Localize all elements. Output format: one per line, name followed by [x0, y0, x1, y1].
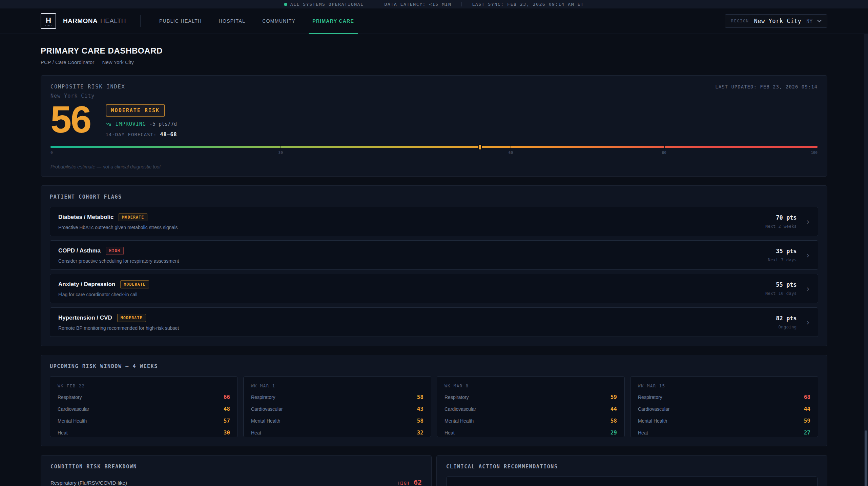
- cohort-points: 35 pts: [768, 248, 797, 255]
- tab-primary-care[interactable]: PRIMARY CARE: [311, 8, 355, 34]
- chevron-right-icon: ›: [806, 217, 810, 226]
- condition-severity: HIGH: [398, 481, 409, 486]
- data-latency-text: DATA LATENCY: <15 MIN: [384, 2, 451, 7]
- gauge-scale-label: 100: [811, 150, 818, 155]
- last-sync-text: LAST SYNC: FEB 23, 2026 09:14 AM ET: [472, 2, 584, 7]
- tab-public-health[interactable]: PUBLIC HEALTH: [158, 8, 203, 34]
- gauge-scale-label: 30: [278, 150, 283, 155]
- nav-tabs: PUBLIC HEALTH HOSPITAL COMMUNITY PRIMARY…: [158, 8, 355, 34]
- recommendations-card: CLINICAL ACTION RECOMMENDATIONS 1 Consid…: [436, 455, 827, 486]
- severity-badge: HIGH: [106, 247, 124, 255]
- week-label: WK MAR 15: [638, 383, 810, 388]
- metric-name: Heat: [251, 430, 261, 436]
- severity-badge: MODERATE: [119, 213, 147, 221]
- week-label: WK MAR 1: [251, 383, 423, 388]
- tab-hospital[interactable]: HOSPITAL: [218, 8, 247, 34]
- risk-score: 56: [50, 100, 91, 139]
- cohort-description: Flag for care coordinator check-in call: [58, 292, 765, 297]
- cohort-window: Ongoing: [776, 325, 797, 329]
- cohort-title: COPD / Asthma: [58, 247, 101, 254]
- cohort-title: Diabetes / Metabolic: [58, 214, 113, 221]
- severity-badge: MODERATE: [117, 314, 146, 322]
- system-status-text: ALL SYSTEMS OPERATIONAL: [290, 2, 364, 7]
- gauge-tick: [281, 145, 281, 149]
- chevron-right-icon: ›: [806, 284, 810, 293]
- data-latency: DATA LATENCY: <15 MIN: [384, 2, 451, 7]
- metric-value: 32: [417, 429, 423, 436]
- scrollbar-track[interactable]: [864, 34, 868, 486]
- cohort-row-diabetes[interactable]: Diabetes / Metabolic MODERATE Proactive …: [50, 207, 818, 236]
- cohort-window: Next 7 days: [768, 258, 797, 262]
- divider: [140, 15, 141, 27]
- region-selector[interactable]: REGION New York City NY: [725, 14, 827, 28]
- harmona-logo[interactable]: H: [41, 13, 56, 29]
- main-content: PRIMARY CARE DASHBOARD PCP / Care Coordi…: [0, 46, 868, 486]
- metric-name: Mental Health: [638, 418, 667, 424]
- last-sync: LAST SYNC: FEB 23, 2026 09:14 AM ET: [472, 2, 584, 7]
- gauge-scale: 0 30 60 80 100: [50, 150, 818, 155]
- metric-name: Cardiovascular: [445, 406, 476, 412]
- cohort-row-hypertension[interactable]: Hypertension / CVD MODERATE Remote BP mo…: [50, 307, 818, 337]
- cohort-description: Consider proactive scheduling for respir…: [58, 258, 768, 264]
- logo-subtext: [45, 25, 51, 26]
- risk-gauge: 0 30 60 80 100: [50, 146, 818, 155]
- brand-secondary: HEALTH: [100, 17, 126, 25]
- cohort-description: Proactive HbA1c outreach given metabolic…: [58, 225, 765, 230]
- risk-window-heading: UPCOMING RISK WINDOW — 4 WEEKS: [50, 363, 818, 369]
- metric-name: Respiratory: [638, 394, 662, 400]
- metric-name: Mental Health: [445, 418, 474, 424]
- composite-risk-heading: COMPOSITE RISK INDEX: [50, 84, 125, 90]
- region-label: REGION: [731, 19, 749, 23]
- metric-name: Heat: [445, 430, 455, 436]
- metric-value: 29: [611, 429, 617, 436]
- trend-delta: -5 pts/7d: [149, 121, 177, 127]
- metric-name: Mental Health: [58, 418, 87, 424]
- cohort-row-copd[interactable]: COPD / Asthma HIGH Consider proactive sc…: [50, 240, 818, 270]
- metric-value: 59: [611, 394, 617, 400]
- metric-value: 27: [804, 429, 810, 436]
- cohort-title: Hypertension / CVD: [58, 315, 112, 321]
- metric-name: Respiratory: [445, 394, 469, 400]
- cohort-description: Remote BP monitoring recommended for hig…: [58, 325, 776, 331]
- metric-value: 48: [224, 406, 230, 412]
- system-status-bar: ALL SYSTEMS OPERATIONAL DATA LATENCY: <1…: [0, 0, 868, 8]
- system-status: ALL SYSTEMS OPERATIONAL: [284, 2, 364, 7]
- metric-name: Heat: [58, 430, 68, 436]
- condition-score: 62: [414, 478, 422, 486]
- cohort-flags-card: PATIENT COHORT FLAGS Diabetes / Metaboli…: [41, 185, 827, 346]
- metric-name: Cardiovascular: [58, 406, 89, 412]
- week-card-feb22: WK FEB 22 Respiratory66 Cardiovascular48…: [50, 376, 238, 437]
- risk-gauge-marker: [478, 144, 482, 150]
- cohort-window: Next 10 days: [765, 291, 797, 296]
- condition-breakdown-card: CONDITION RISK BREAKDOWN Respiratory (Fl…: [41, 455, 432, 486]
- cohort-row-anxiety[interactable]: Anxiety / Depression MODERATE Flag for c…: [50, 274, 818, 303]
- cohort-points: 70 pts: [765, 214, 797, 221]
- risk-level-badge: MODERATE RISK: [106, 104, 165, 117]
- metric-value: 57: [224, 418, 230, 424]
- cohort-flags-heading: PATIENT COHORT FLAGS: [50, 194, 818, 200]
- composite-risk-card: COMPOSITE RISK INDEX LAST UPDATED: FEB 2…: [41, 75, 827, 177]
- cohort-points: 55 pts: [765, 281, 797, 288]
- metric-name: Heat: [638, 430, 648, 436]
- gauge-scale-label: 0: [50, 150, 53, 155]
- risk-window-card: UPCOMING RISK WINDOW — 4 WEEKS WK FEB 22…: [41, 355, 827, 446]
- condition-name: Respiratory (Flu/RSV/COVID-like): [50, 480, 127, 486]
- metric-value: 68: [804, 394, 810, 400]
- tab-community[interactable]: COMMUNITY: [261, 8, 296, 34]
- recommendation-item: 1 Consider proactive HbA1c outreach for …: [446, 477, 818, 486]
- region-value: New York City: [754, 18, 802, 24]
- last-updated-text: LAST UPDATED: FEB 23, 2026 09:14: [715, 84, 818, 89]
- brand-primary: HARMONA: [63, 17, 98, 25]
- region-state-code: NY: [806, 18, 813, 24]
- metric-name: Cardiovascular: [251, 406, 283, 412]
- trend-direction: IMPROVING: [116, 121, 146, 127]
- scrollbar-thumb[interactable]: [865, 430, 867, 486]
- metric-value: 44: [611, 406, 617, 412]
- brand-name: HARMONA HEALTH: [63, 17, 126, 25]
- metric-value: 59: [804, 418, 810, 424]
- status-ok-icon: [284, 3, 287, 6]
- risk-disclaimer: Probabilistic estimate — not a clinical …: [50, 164, 818, 169]
- gauge-tick: [664, 145, 665, 149]
- cohort-points: 82 pts: [776, 315, 797, 322]
- chevron-right-icon: ›: [806, 251, 810, 260]
